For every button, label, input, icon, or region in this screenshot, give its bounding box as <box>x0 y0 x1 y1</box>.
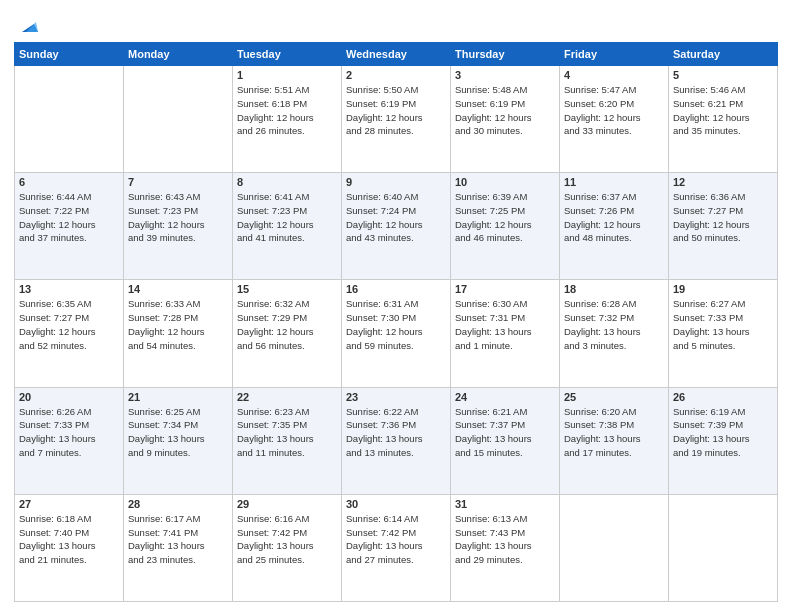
day-info: Sunrise: 6:35 AMSunset: 7:27 PMDaylight:… <box>19 297 119 352</box>
day-number: 11 <box>564 176 664 188</box>
day-number: 14 <box>128 283 228 295</box>
day-number: 26 <box>673 391 773 403</box>
day-info: Sunrise: 6:36 AMSunset: 7:27 PMDaylight:… <box>673 190 773 245</box>
calendar-cell <box>669 494 778 601</box>
calendar-cell: 6Sunrise: 6:44 AMSunset: 7:22 PMDaylight… <box>15 173 124 280</box>
day-number: 23 <box>346 391 446 403</box>
calendar-cell: 14Sunrise: 6:33 AMSunset: 7:28 PMDayligh… <box>124 280 233 387</box>
day-info: Sunrise: 5:46 AMSunset: 6:21 PMDaylight:… <box>673 83 773 138</box>
calendar-cell: 13Sunrise: 6:35 AMSunset: 7:27 PMDayligh… <box>15 280 124 387</box>
day-info: Sunrise: 5:50 AMSunset: 6:19 PMDaylight:… <box>346 83 446 138</box>
day-number: 3 <box>455 69 555 81</box>
day-number: 12 <box>673 176 773 188</box>
day-info: Sunrise: 6:18 AMSunset: 7:40 PMDaylight:… <box>19 512 119 567</box>
day-number: 9 <box>346 176 446 188</box>
column-header-friday: Friday <box>560 43 669 66</box>
column-header-wednesday: Wednesday <box>342 43 451 66</box>
calendar-week-row: 20Sunrise: 6:26 AMSunset: 7:33 PMDayligh… <box>15 387 778 494</box>
calendar-week-row: 13Sunrise: 6:35 AMSunset: 7:27 PMDayligh… <box>15 280 778 387</box>
calendar-cell: 1Sunrise: 5:51 AMSunset: 6:18 PMDaylight… <box>233 66 342 173</box>
day-number: 20 <box>19 391 119 403</box>
calendar-cell <box>15 66 124 173</box>
svg-marker-1 <box>26 22 38 32</box>
page: SundayMondayTuesdayWednesdayThursdayFrid… <box>0 0 792 612</box>
day-number: 25 <box>564 391 664 403</box>
calendar-cell: 12Sunrise: 6:36 AMSunset: 7:27 PMDayligh… <box>669 173 778 280</box>
calendar-cell: 11Sunrise: 6:37 AMSunset: 7:26 PMDayligh… <box>560 173 669 280</box>
day-number: 24 <box>455 391 555 403</box>
calendar-cell: 19Sunrise: 6:27 AMSunset: 7:33 PMDayligh… <box>669 280 778 387</box>
day-info: Sunrise: 6:39 AMSunset: 7:25 PMDaylight:… <box>455 190 555 245</box>
calendar-cell: 20Sunrise: 6:26 AMSunset: 7:33 PMDayligh… <box>15 387 124 494</box>
calendar-cell: 16Sunrise: 6:31 AMSunset: 7:30 PMDayligh… <box>342 280 451 387</box>
day-number: 2 <box>346 69 446 81</box>
day-number: 19 <box>673 283 773 295</box>
day-number: 31 <box>455 498 555 510</box>
day-info: Sunrise: 6:26 AMSunset: 7:33 PMDaylight:… <box>19 405 119 460</box>
logo-icon <box>16 14 38 36</box>
calendar-cell: 30Sunrise: 6:14 AMSunset: 7:42 PMDayligh… <box>342 494 451 601</box>
column-header-tuesday: Tuesday <box>233 43 342 66</box>
day-info: Sunrise: 6:16 AMSunset: 7:42 PMDaylight:… <box>237 512 337 567</box>
day-info: Sunrise: 6:44 AMSunset: 7:22 PMDaylight:… <box>19 190 119 245</box>
column-header-thursday: Thursday <box>451 43 560 66</box>
calendar-cell: 2Sunrise: 5:50 AMSunset: 6:19 PMDaylight… <box>342 66 451 173</box>
day-info: Sunrise: 6:13 AMSunset: 7:43 PMDaylight:… <box>455 512 555 567</box>
day-number: 15 <box>237 283 337 295</box>
day-info: Sunrise: 6:14 AMSunset: 7:42 PMDaylight:… <box>346 512 446 567</box>
day-info: Sunrise: 6:43 AMSunset: 7:23 PMDaylight:… <box>128 190 228 245</box>
day-info: Sunrise: 6:27 AMSunset: 7:33 PMDaylight:… <box>673 297 773 352</box>
day-number: 30 <box>346 498 446 510</box>
day-info: Sunrise: 6:21 AMSunset: 7:37 PMDaylight:… <box>455 405 555 460</box>
calendar-cell: 31Sunrise: 6:13 AMSunset: 7:43 PMDayligh… <box>451 494 560 601</box>
calendar-cell: 3Sunrise: 5:48 AMSunset: 6:19 PMDaylight… <box>451 66 560 173</box>
day-info: Sunrise: 6:33 AMSunset: 7:28 PMDaylight:… <box>128 297 228 352</box>
calendar-cell: 21Sunrise: 6:25 AMSunset: 7:34 PMDayligh… <box>124 387 233 494</box>
calendar-cell: 5Sunrise: 5:46 AMSunset: 6:21 PMDaylight… <box>669 66 778 173</box>
day-info: Sunrise: 6:17 AMSunset: 7:41 PMDaylight:… <box>128 512 228 567</box>
day-info: Sunrise: 6:31 AMSunset: 7:30 PMDaylight:… <box>346 297 446 352</box>
day-info: Sunrise: 6:40 AMSunset: 7:24 PMDaylight:… <box>346 190 446 245</box>
day-number: 6 <box>19 176 119 188</box>
day-info: Sunrise: 5:47 AMSunset: 6:20 PMDaylight:… <box>564 83 664 138</box>
calendar-header-row: SundayMondayTuesdayWednesdayThursdayFrid… <box>15 43 778 66</box>
logo <box>14 14 38 36</box>
calendar-cell: 24Sunrise: 6:21 AMSunset: 7:37 PMDayligh… <box>451 387 560 494</box>
day-info: Sunrise: 6:20 AMSunset: 7:38 PMDaylight:… <box>564 405 664 460</box>
day-number: 13 <box>19 283 119 295</box>
day-info: Sunrise: 6:19 AMSunset: 7:39 PMDaylight:… <box>673 405 773 460</box>
day-info: Sunrise: 6:23 AMSunset: 7:35 PMDaylight:… <box>237 405 337 460</box>
column-header-monday: Monday <box>124 43 233 66</box>
day-info: Sunrise: 6:30 AMSunset: 7:31 PMDaylight:… <box>455 297 555 352</box>
day-number: 17 <box>455 283 555 295</box>
calendar-cell <box>560 494 669 601</box>
calendar-cell: 25Sunrise: 6:20 AMSunset: 7:38 PMDayligh… <box>560 387 669 494</box>
calendar-cell: 15Sunrise: 6:32 AMSunset: 7:29 PMDayligh… <box>233 280 342 387</box>
column-header-saturday: Saturday <box>669 43 778 66</box>
day-number: 16 <box>346 283 446 295</box>
day-number: 8 <box>237 176 337 188</box>
day-number: 10 <box>455 176 555 188</box>
calendar-cell <box>124 66 233 173</box>
day-number: 18 <box>564 283 664 295</box>
day-number: 4 <box>564 69 664 81</box>
calendar-week-row: 6Sunrise: 6:44 AMSunset: 7:22 PMDaylight… <box>15 173 778 280</box>
calendar-week-row: 27Sunrise: 6:18 AMSunset: 7:40 PMDayligh… <box>15 494 778 601</box>
calendar-cell: 17Sunrise: 6:30 AMSunset: 7:31 PMDayligh… <box>451 280 560 387</box>
calendar-cell: 23Sunrise: 6:22 AMSunset: 7:36 PMDayligh… <box>342 387 451 494</box>
day-info: Sunrise: 5:48 AMSunset: 6:19 PMDaylight:… <box>455 83 555 138</box>
day-info: Sunrise: 6:28 AMSunset: 7:32 PMDaylight:… <box>564 297 664 352</box>
day-number: 28 <box>128 498 228 510</box>
calendar-cell: 7Sunrise: 6:43 AMSunset: 7:23 PMDaylight… <box>124 173 233 280</box>
day-info: Sunrise: 6:22 AMSunset: 7:36 PMDaylight:… <box>346 405 446 460</box>
calendar-cell: 29Sunrise: 6:16 AMSunset: 7:42 PMDayligh… <box>233 494 342 601</box>
calendar-cell: 4Sunrise: 5:47 AMSunset: 6:20 PMDaylight… <box>560 66 669 173</box>
day-info: Sunrise: 5:51 AMSunset: 6:18 PMDaylight:… <box>237 83 337 138</box>
calendar-cell: 18Sunrise: 6:28 AMSunset: 7:32 PMDayligh… <box>560 280 669 387</box>
day-number: 5 <box>673 69 773 81</box>
day-info: Sunrise: 6:41 AMSunset: 7:23 PMDaylight:… <box>237 190 337 245</box>
day-info: Sunrise: 6:25 AMSunset: 7:34 PMDaylight:… <box>128 405 228 460</box>
day-number: 7 <box>128 176 228 188</box>
day-info: Sunrise: 6:32 AMSunset: 7:29 PMDaylight:… <box>237 297 337 352</box>
calendar-cell: 28Sunrise: 6:17 AMSunset: 7:41 PMDayligh… <box>124 494 233 601</box>
